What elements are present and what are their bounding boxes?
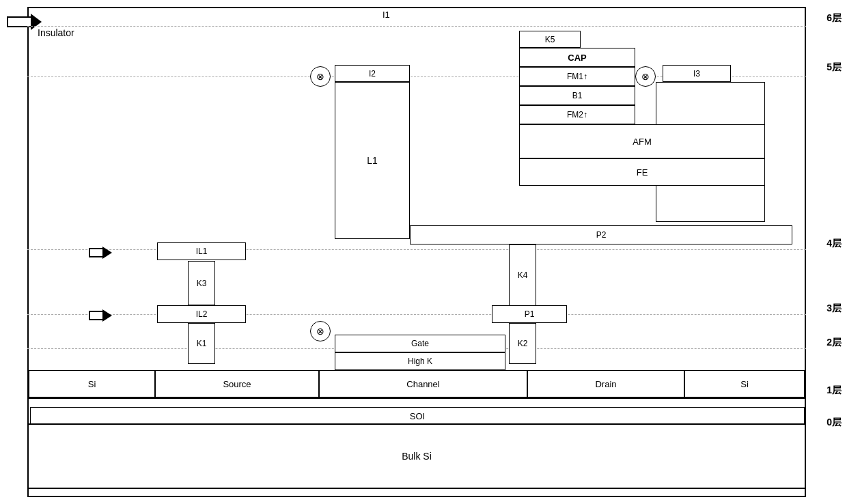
dashed-line-2a [27, 314, 806, 315]
gate-box: Gate [335, 335, 505, 352]
layer-3-label: 3层 [827, 303, 842, 315]
x-circle-gate: ⊗ [310, 321, 331, 341]
il2-box: IL2 [157, 305, 246, 323]
drain-box: Drain [527, 370, 684, 397]
i1-label: I1 [383, 10, 390, 20]
soi-box: SOI [30, 407, 805, 425]
dashed-line-5 [27, 26, 806, 27]
afm-box: AFM [519, 124, 765, 158]
i3-box: I3 [663, 65, 731, 82]
p2-box: P2 [410, 225, 792, 244]
p1-box: P1 [492, 305, 567, 323]
si-left-box: Si [29, 370, 155, 397]
x-circle-left: ⊗ [310, 66, 331, 87]
layer-5-label: 5层 [827, 61, 842, 74]
i2-box: I2 [335, 65, 410, 82]
il2-arrow [89, 309, 112, 322]
dashed-line-3a [27, 249, 806, 250]
insulator-label: Insulator [38, 27, 74, 38]
diagram-container: 6层 5层 4层 3层 2层 1层 0层 I1 Insulator I2 I3 … [0, 0, 847, 504]
solid-line-1 [27, 397, 806, 399]
fe-box: FE [519, 158, 765, 186]
fm2-box: FM2↑ [519, 105, 635, 124]
cap-box: CAP [519, 48, 635, 67]
il1-arrow [89, 247, 112, 259]
x-circle-right: ⊗ [635, 66, 656, 87]
layer-0-label: 0层 [827, 417, 842, 429]
l1-box: L1 [335, 82, 410, 239]
bulk-si-box: Bulk Si [29, 425, 805, 489]
il1-box: IL1 [157, 242, 246, 260]
fm1-box: FM1↑ [519, 67, 635, 86]
k3-box: K3 [188, 261, 215, 305]
top-arrow [7, 14, 42, 30]
channel-box: Channel [319, 370, 527, 397]
k4-box: K4 [509, 244, 536, 306]
si-right-box: Si [684, 370, 805, 397]
highk-box: High K [335, 352, 505, 370]
layer-2-label: 2层 [827, 337, 842, 349]
b1-box: B1 [519, 86, 635, 105]
source-box: Source [155, 370, 319, 397]
layer-1-label: 1层 [827, 384, 842, 397]
k2-box: K2 [509, 323, 536, 364]
layer-4-label: 4层 [827, 238, 842, 250]
layer-6-label: 6层 [827, 12, 842, 25]
k5-box: K5 [519, 31, 581, 48]
k1-box: K1 [188, 323, 215, 364]
